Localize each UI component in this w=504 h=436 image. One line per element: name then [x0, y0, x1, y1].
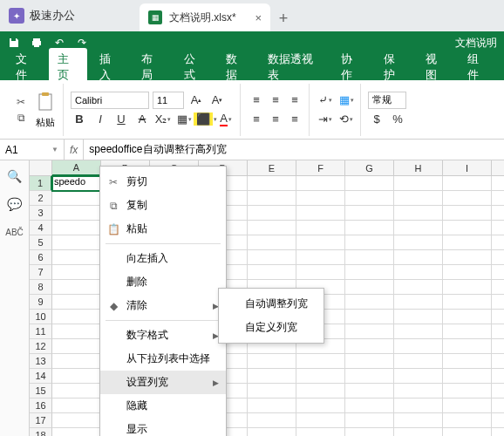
- row-header[interactable]: 7: [30, 265, 52, 280]
- cell[interactable]: [443, 206, 492, 221]
- cell[interactable]: [492, 324, 504, 339]
- menu-数据透视表[interactable]: 数据透视表: [259, 48, 329, 86]
- cell[interactable]: [248, 250, 296, 265]
- cell[interactable]: [296, 354, 345, 369]
- cell[interactable]: [443, 295, 492, 310]
- cell[interactable]: [394, 324, 443, 339]
- column-header[interactable]: I: [443, 160, 492, 176]
- font-name-select[interactable]: [71, 92, 149, 109]
- cell[interactable]: [345, 250, 394, 265]
- cell[interactable]: [492, 399, 504, 413]
- cell[interactable]: [443, 221, 492, 235]
- cell[interactable]: [394, 250, 443, 265]
- cell[interactable]: [248, 191, 296, 206]
- cell[interactable]: [492, 250, 504, 265]
- cell[interactable]: [394, 413, 443, 428]
- cell[interactable]: [345, 369, 394, 384]
- cell[interactable]: [52, 339, 101, 354]
- column-header[interactable]: J: [492, 160, 504, 176]
- align-center-icon[interactable]: ≡: [267, 111, 284, 128]
- cell[interactable]: [492, 235, 504, 250]
- menu-插入[interactable]: 插入: [91, 48, 129, 86]
- cell[interactable]: [52, 191, 101, 206]
- cell[interactable]: [492, 221, 504, 235]
- cell[interactable]: [52, 295, 101, 310]
- row-header[interactable]: 8: [30, 280, 52, 295]
- fill-color-button[interactable]: ⬛: [196, 111, 214, 128]
- align-left-icon[interactable]: ≡: [248, 111, 265, 128]
- row-header[interactable]: 12: [30, 339, 52, 354]
- column-header[interactable]: E: [248, 160, 296, 176]
- cell[interactable]: [492, 280, 504, 295]
- cell[interactable]: [296, 369, 345, 384]
- cell[interactable]: [52, 250, 101, 265]
- cell[interactable]: [443, 428, 492, 436]
- cell[interactable]: [345, 235, 394, 250]
- row-header[interactable]: 16: [30, 399, 52, 413]
- cell[interactable]: [296, 235, 345, 250]
- align-middle-icon[interactable]: ≡: [267, 92, 284, 109]
- cell[interactable]: [52, 235, 101, 250]
- spellcheck-icon[interactable]: ABČ: [6, 223, 24, 241]
- cell[interactable]: [345, 280, 394, 295]
- cell[interactable]: [394, 176, 443, 191]
- align-right-icon[interactable]: ≡: [286, 111, 303, 128]
- column-header[interactable]: G: [345, 160, 394, 176]
- row-header[interactable]: 10: [30, 310, 52, 324]
- context-menu-item[interactable]: 隐藏: [100, 394, 226, 418]
- cell[interactable]: [248, 235, 296, 250]
- context-menu-item[interactable]: 显示: [100, 418, 226, 436]
- context-menu-item[interactable]: 设置列宽▶: [100, 371, 226, 394]
- merge-button[interactable]: ▦: [337, 92, 355, 109]
- cell[interactable]: [296, 221, 345, 235]
- context-menu-item[interactable]: 自动调整列宽: [219, 292, 324, 316]
- row-header[interactable]: 5: [30, 235, 52, 250]
- wrap-text-button[interactable]: ⤶: [317, 92, 334, 109]
- cell[interactable]: [394, 280, 443, 295]
- cell[interactable]: [443, 235, 492, 250]
- cell[interactable]: [443, 191, 492, 206]
- context-menu-item[interactable]: 数字格式▶: [100, 324, 226, 347]
- column-header[interactable]: A: [52, 160, 101, 176]
- cell[interactable]: [52, 399, 101, 413]
- cell[interactable]: [443, 354, 492, 369]
- cell[interactable]: [492, 310, 504, 324]
- cell[interactable]: [296, 428, 345, 436]
- cell[interactable]: [52, 428, 101, 436]
- context-menu-item[interactable]: 删除: [100, 270, 226, 294]
- row-header[interactable]: 3: [30, 206, 52, 221]
- cell[interactable]: [443, 339, 492, 354]
- cell[interactable]: [52, 310, 101, 324]
- cell[interactable]: [52, 206, 101, 221]
- row-header[interactable]: 15: [30, 384, 52, 399]
- cell[interactable]: [296, 413, 345, 428]
- cell[interactable]: [394, 221, 443, 235]
- close-icon[interactable]: ×: [255, 11, 262, 24]
- cell[interactable]: [52, 280, 101, 295]
- cell[interactable]: [345, 384, 394, 399]
- cell[interactable]: [443, 310, 492, 324]
- cell[interactable]: [345, 295, 394, 310]
- cell[interactable]: [492, 428, 504, 436]
- percent-button[interactable]: %: [389, 111, 406, 128]
- number-format-select[interactable]: [368, 92, 406, 109]
- column-header[interactable]: F: [296, 160, 345, 176]
- cell[interactable]: [492, 413, 504, 428]
- cell[interactable]: speedo: [52, 176, 101, 191]
- cell[interactable]: [248, 369, 296, 384]
- context-menu-item[interactable]: 向左插入: [100, 247, 226, 270]
- cell[interactable]: [394, 354, 443, 369]
- cell[interactable]: [248, 428, 296, 436]
- cell[interactable]: [492, 354, 504, 369]
- row-header[interactable]: 17: [30, 413, 52, 428]
- cell[interactable]: [394, 339, 443, 354]
- cell[interactable]: [248, 354, 296, 369]
- cell[interactable]: [443, 324, 492, 339]
- cell[interactable]: [52, 221, 101, 235]
- decrease-font-icon[interactable]: A▾: [208, 92, 226, 109]
- cell[interactable]: [345, 176, 394, 191]
- menu-组件[interactable]: 组件: [459, 48, 497, 86]
- font-size-select[interactable]: [153, 92, 184, 109]
- cell[interactable]: [248, 413, 296, 428]
- menu-主页[interactable]: 主页: [49, 48, 87, 86]
